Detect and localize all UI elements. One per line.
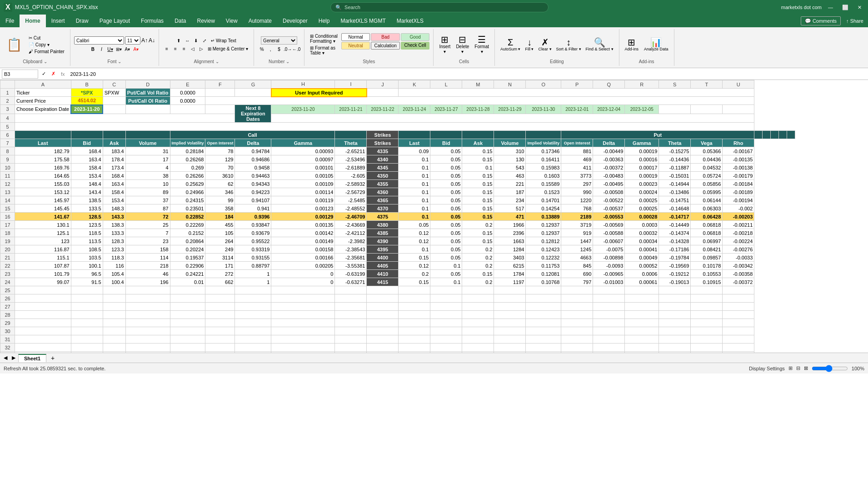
cell-U16[interactable]: -0.00203 [723, 213, 754, 221]
cell-B12[interactable]: 148.4 [71, 180, 103, 188]
cell-N23[interactable]: 1784 [494, 270, 526, 278]
cell-U23[interactable]: -0.00358 [723, 270, 754, 278]
cell-A19[interactable]: 123 [15, 237, 71, 245]
col-header-I[interactable]: I [335, 80, 367, 89]
cell-A15[interactable]: 145.45 [15, 204, 71, 213]
cell-D14[interactable]: 37 [125, 196, 170, 204]
cell-B8[interactable]: 168.4 [71, 147, 103, 155]
cell-Q8[interactable]: -0.00449 [593, 147, 625, 155]
cell-E17[interactable]: 0.22269 [170, 221, 205, 229]
cell-T10[interactable]: 0.04532 [691, 164, 723, 172]
cell-R23[interactable]: 0.0006 [625, 270, 659, 278]
cell-N10[interactable]: 543 [494, 164, 526, 172]
cell-Q17[interactable]: -0.00569 [593, 221, 625, 229]
cell-A8[interactable]: 182.79 [15, 147, 71, 155]
cell-U24[interactable]: -0.00372 [723, 278, 754, 286]
style-neutral-button[interactable]: Neutral [341, 42, 370, 50]
cell-S8[interactable]: -0.15275 [659, 147, 691, 155]
cell-J12[interactable]: 4355 [367, 180, 399, 188]
cell-I19[interactable]: -2.3982 [335, 237, 367, 245]
cell-B2[interactable]: 4514.02 [71, 97, 103, 105]
cell-Q9[interactable]: -0.00363 [593, 155, 625, 164]
cell-M14[interactable]: 0.15 [462, 196, 494, 204]
cell-I12[interactable]: -2.58932 [335, 180, 367, 188]
cell-K21[interactable]: 0.15 [399, 254, 430, 262]
style-normal-button[interactable]: Normal [341, 33, 370, 41]
cell-U14[interactable]: -0.00194 [723, 196, 754, 204]
cell-Q3[interactable]: 2023-12-04 [593, 105, 625, 114]
cell-U10[interactable]: -0.00138 [723, 164, 754, 172]
cell-E14[interactable]: 0.24315 [170, 196, 205, 204]
cell-N15[interactable]: 517 [494, 204, 526, 213]
cell-R19[interactable]: 0.00034 [625, 237, 659, 245]
borders-button[interactable]: ⊞▾ [115, 45, 123, 53]
cell-A20[interactable]: 116.87 [15, 245, 71, 254]
cell-O19[interactable]: 0.12812 [526, 237, 561, 245]
cell-F12[interactable]: 62 [205, 180, 235, 188]
increase-font-button[interactable]: A↑ [141, 37, 148, 44]
align-bottom-button[interactable]: ⬇ [192, 37, 200, 44]
cell-P17[interactable]: 3719 [561, 221, 593, 229]
cell-M3[interactable]: 2023-11-28 [462, 105, 494, 114]
col-header-D[interactable]: D [125, 80, 170, 89]
col-header-O[interactable]: O [526, 80, 561, 89]
cell-S9[interactable]: -0.14436 [659, 155, 691, 164]
cell-R13[interactable]: 0.00024 [625, 188, 659, 196]
cell-D11[interactable]: 38 [125, 172, 170, 180]
cell-M8[interactable]: 0.15 [462, 147, 494, 155]
cell-G16[interactable]: 0.9396 [235, 213, 271, 221]
cell-D1[interactable]: Put/Call Vol Ratio [125, 89, 170, 97]
cell-F24[interactable]: 662 [205, 278, 235, 286]
minimize-button[interactable]: — [825, 4, 836, 11]
cell-S19[interactable]: -0.14328 [659, 237, 691, 245]
cell-D8[interactable]: 31 [125, 147, 170, 155]
cell-P19[interactable]: 1447 [561, 237, 593, 245]
cell-F9[interactable]: 129 [205, 155, 235, 164]
tab-draw[interactable]: Draw [70, 15, 94, 27]
tab-review[interactable]: Review [191, 15, 220, 27]
cell-E19[interactable]: 0.20864 [170, 237, 205, 245]
cell-F3[interactable] [205, 105, 235, 114]
align-top-button[interactable]: ⬆ [175, 37, 183, 44]
decrease-font-button[interactable]: A↓ [149, 37, 155, 44]
cell-B17[interactable]: 123.5 [71, 221, 103, 229]
cell-F19[interactable]: 264 [205, 237, 235, 245]
cell-O18[interactable]: 0.12937 [526, 229, 561, 237]
cell-E12[interactable]: 0.25629 [170, 180, 205, 188]
cell-A24[interactable]: 99.07 [15, 278, 71, 286]
cell-P13[interactable]: 990 [561, 188, 593, 196]
cell-J15[interactable]: 4370 [367, 204, 399, 213]
cell-O12[interactable]: 0.15589 [526, 180, 561, 188]
percent-button[interactable]: % [258, 45, 266, 53]
cell-J8[interactable]: 4335 [367, 147, 399, 155]
restore-button[interactable]: ⬜ [839, 4, 851, 11]
cell-T12[interactable]: 0.05856 [691, 180, 723, 188]
cell-B16[interactable]: 128.5 [71, 213, 103, 221]
cell-H11[interactable]: 0.00105 [271, 172, 335, 180]
cell-B11[interactable]: 153.4 [71, 172, 103, 180]
cell-H24[interactable]: 0 [271, 278, 335, 286]
cell-C14[interactable]: 153.4 [103, 196, 125, 204]
cell-J14[interactable]: 4365 [367, 196, 399, 204]
cell-A9[interactable]: 175.58 [15, 155, 71, 164]
cell-G10[interactable]: 0.9458 [235, 164, 271, 172]
page-break-view-button[interactable]: ⊠ [804, 365, 808, 371]
cell-J10[interactable]: 4345 [367, 164, 399, 172]
cell-K20[interactable]: 0.1 [399, 245, 430, 254]
cell-F1[interactable] [205, 89, 235, 97]
cell-S21[interactable]: -0.19784 [659, 254, 691, 262]
cell-K19[interactable]: 0.12 [399, 237, 430, 245]
tab-view[interactable]: View [220, 15, 243, 27]
cell-G20[interactable]: 0.93319 [235, 245, 271, 254]
cell-I18[interactable]: -2.42112 [335, 229, 367, 237]
cell-I13[interactable]: -2.56729 [335, 188, 367, 196]
cell-D3[interactable] [125, 105, 170, 114]
cell-B13[interactable]: 143.4 [71, 188, 103, 196]
cell-H3[interactable]: 2023-11-20 [271, 105, 335, 114]
normal-view-button[interactable]: ⊞ [788, 365, 793, 371]
cell-U20[interactable]: -0.00276 [723, 245, 754, 254]
cell-Q10[interactable]: -0.00372 [593, 164, 625, 172]
cell-B3[interactable]: 2023-11-20 [71, 105, 103, 114]
cell-F11[interactable]: 3610 [205, 172, 235, 180]
col-header-E[interactable]: E [170, 80, 205, 89]
